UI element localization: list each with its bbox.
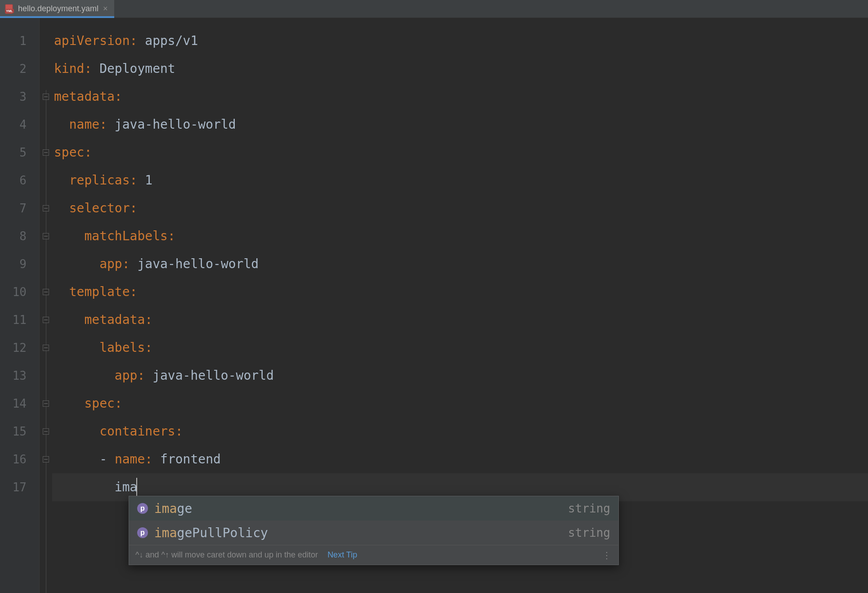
fold-toggle-icon[interactable] xyxy=(43,149,49,156)
editor-tab[interactable]: YML hello.deployment.yaml × xyxy=(0,0,114,18)
completion-footer: ^↓ and ^↑ will move caret down and up in… xyxy=(129,545,618,565)
fold-toggle-icon[interactable] xyxy=(43,233,49,239)
code-line[interactable]: kind: Deployment xyxy=(52,55,868,83)
fold-slot xyxy=(40,27,52,55)
close-tab-icon[interactable]: × xyxy=(102,4,109,13)
code-line[interactable]: template: xyxy=(52,278,868,306)
completion-popup: pimagestringpimagePullPolicystring ^↓ an… xyxy=(129,496,619,565)
line-number: 6 xyxy=(0,166,39,194)
code-line[interactable]: matchLabels: xyxy=(52,222,868,250)
code-line[interactable]: metadata: xyxy=(52,83,868,111)
code-line[interactable]: app: java-hello-world xyxy=(52,250,868,278)
line-number: 14 xyxy=(0,390,39,418)
code-line[interactable]: selector: xyxy=(52,194,868,222)
fold-toggle-icon[interactable] xyxy=(43,94,49,100)
code-line[interactable]: labels: xyxy=(52,334,868,362)
property-icon: p xyxy=(137,503,148,514)
fold-toggle-icon[interactable] xyxy=(43,400,49,407)
fold-slot xyxy=(40,55,52,83)
fold-toggle-icon[interactable] xyxy=(43,205,49,211)
line-number: 13 xyxy=(0,362,39,390)
property-icon: p xyxy=(137,527,148,538)
tab-filename: hello.deployment.yaml xyxy=(18,4,98,13)
completion-item[interactable]: pimagePullPolicystring xyxy=(129,521,618,545)
line-number: 11 xyxy=(0,306,39,334)
code-line[interactable]: containers: xyxy=(52,418,868,445)
line-number: 3 xyxy=(0,83,39,111)
completion-hint: ^↓ and ^↑ will move caret down and up in… xyxy=(135,550,318,560)
fold-toggle-icon[interactable] xyxy=(43,289,49,295)
code-line[interactable]: apiVersion: apps/v1 xyxy=(52,27,868,55)
text-caret xyxy=(136,478,137,496)
code-line[interactable]: replicas: 1 xyxy=(52,166,868,194)
fold-toggle-icon[interactable] xyxy=(43,456,49,463)
line-number-gutter: 1234567891011121314151617 xyxy=(0,18,40,593)
yaml-file-icon: YML xyxy=(4,4,14,14)
line-number: 4 xyxy=(0,111,39,139)
line-number: 8 xyxy=(0,222,39,250)
completion-item[interactable]: pimagestring xyxy=(129,496,618,521)
line-number: 1 xyxy=(0,27,39,55)
line-number: 15 xyxy=(0,418,39,445)
line-number: 10 xyxy=(0,278,39,306)
fold-toggle-icon[interactable] xyxy=(43,317,49,323)
line-number: 7 xyxy=(0,194,39,222)
line-number: 16 xyxy=(0,445,39,473)
completion-type: string xyxy=(568,502,610,515)
fold-toggle-icon[interactable] xyxy=(43,428,49,435)
code-line[interactable]: metadata: xyxy=(52,306,868,334)
code-line[interactable]: spec: xyxy=(52,139,868,166)
code-line[interactable]: - name: frontend xyxy=(52,445,868,473)
code-line[interactable]: name: java-hello-world xyxy=(52,111,868,139)
fold-column xyxy=(40,18,52,593)
completion-label: image xyxy=(154,501,568,516)
code-line[interactable]: spec: xyxy=(52,390,868,418)
line-number: 17 xyxy=(0,473,39,501)
completion-type: string xyxy=(568,526,610,539)
code-line[interactable]: app: java-hello-world xyxy=(52,362,868,390)
line-number: 5 xyxy=(0,139,39,166)
line-number: 12 xyxy=(0,334,39,362)
completion-label: imagePullPolicy xyxy=(154,526,568,540)
svg-text:YML: YML xyxy=(6,9,13,13)
line-number: 9 xyxy=(0,250,39,278)
fold-toggle-icon[interactable] xyxy=(43,345,49,351)
next-tip-link[interactable]: Next Tip xyxy=(327,550,357,560)
more-icon[interactable]: ⋮ xyxy=(602,550,612,561)
tab-bar: YML hello.deployment.yaml × xyxy=(0,0,868,18)
line-number: 2 xyxy=(0,55,39,83)
